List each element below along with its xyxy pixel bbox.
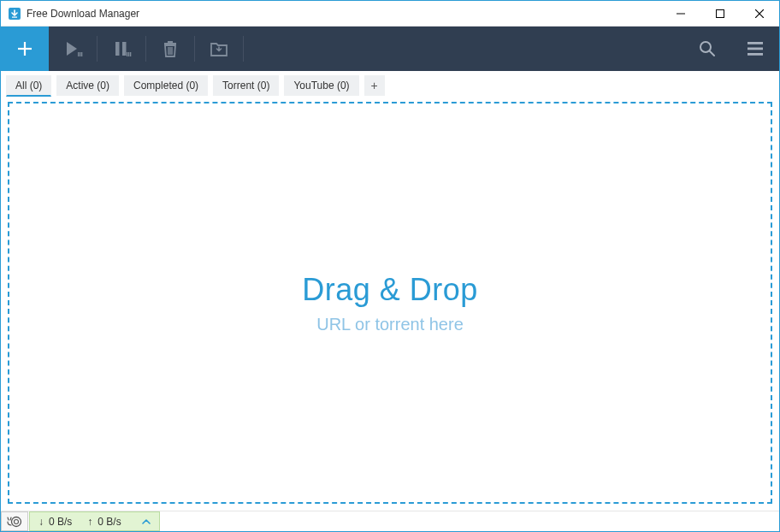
- svg-rect-11: [115, 42, 120, 56]
- add-download-button[interactable]: [1, 27, 49, 71]
- window-title: Free Download Manager: [27, 8, 139, 20]
- maximize-button[interactable]: [700, 1, 740, 27]
- minimize-button[interactable]: [661, 1, 700, 27]
- svg-rect-1: [12, 16, 17, 17]
- svg-rect-23: [748, 42, 763, 44]
- down-arrow-icon: ↓: [38, 516, 44, 528]
- svg-rect-14: [128, 52, 129, 56]
- expand-speed-panel-button[interactable]: [142, 518, 151, 525]
- svg-rect-25: [748, 53, 763, 56]
- svg-rect-10: [81, 52, 82, 56]
- svg-rect-3: [717, 9, 724, 17]
- content-area: Drag & Drop URL or torrent here: [1, 97, 779, 511]
- hamburger-menu-button[interactable]: [731, 27, 779, 71]
- up-arrow-icon: ↑: [87, 516, 92, 528]
- download-speed-value: 0 B/s: [49, 516, 72, 528]
- filter-tabs: All (0) Active (0) Completed (0) Torrent…: [1, 71, 779, 97]
- svg-line-22: [710, 51, 714, 56]
- app-icon: [8, 7, 21, 21]
- svg-point-27: [15, 519, 19, 523]
- filter-tab-all[interactable]: All (0): [6, 75, 51, 97]
- upload-speed-value: 0 B/s: [98, 516, 121, 528]
- chevron-up-icon: [142, 518, 151, 525]
- svg-rect-9: [80, 52, 80, 56]
- snail-mode-button[interactable]: [1, 511, 28, 531]
- svg-rect-17: [168, 41, 173, 43]
- svg-rect-24: [748, 48, 763, 50]
- filter-tab-torrent[interactable]: Torrent (0): [213, 75, 279, 96]
- svg-point-26: [12, 517, 21, 526]
- search-button[interactable]: [683, 27, 731, 71]
- close-button[interactable]: [740, 1, 779, 27]
- svg-rect-12: [122, 42, 127, 56]
- move-to-folder-button[interactable]: [195, 27, 243, 71]
- svg-rect-8: [78, 52, 79, 56]
- upload-speed: ↑ 0 B/s: [87, 516, 121, 528]
- delete-button[interactable]: [146, 27, 194, 71]
- pause-all-button[interactable]: [98, 27, 145, 71]
- filter-tab-youtube[interactable]: YouTube (0): [284, 75, 358, 96]
- svg-rect-16: [164, 43, 176, 44]
- drop-zone[interactable]: Drag & Drop URL or torrent here: [8, 102, 772, 504]
- dropzone-title: Drag & Drop: [302, 272, 478, 308]
- dropzone-subtitle: URL or torrent here: [316, 315, 464, 334]
- filter-tab-active[interactable]: Active (0): [56, 75, 119, 96]
- plus-icon: +: [370, 79, 377, 92]
- speed-panel[interactable]: ↓ 0 B/s ↑ 0 B/s: [29, 511, 160, 531]
- download-speed: ↓ 0 B/s: [38, 516, 72, 528]
- status-bar: ↓ 0 B/s ↑ 0 B/s: [1, 511, 779, 531]
- svg-rect-15: [130, 52, 131, 56]
- main-toolbar: [1, 27, 779, 71]
- svg-rect-13: [127, 52, 127, 56]
- filter-tab-completed[interactable]: Completed (0): [124, 75, 208, 96]
- titlebar: Free Download Manager: [1, 1, 779, 27]
- add-filter-button[interactable]: +: [364, 75, 385, 96]
- svg-point-21: [700, 42, 711, 52]
- start-all-button[interactable]: [49, 27, 97, 71]
